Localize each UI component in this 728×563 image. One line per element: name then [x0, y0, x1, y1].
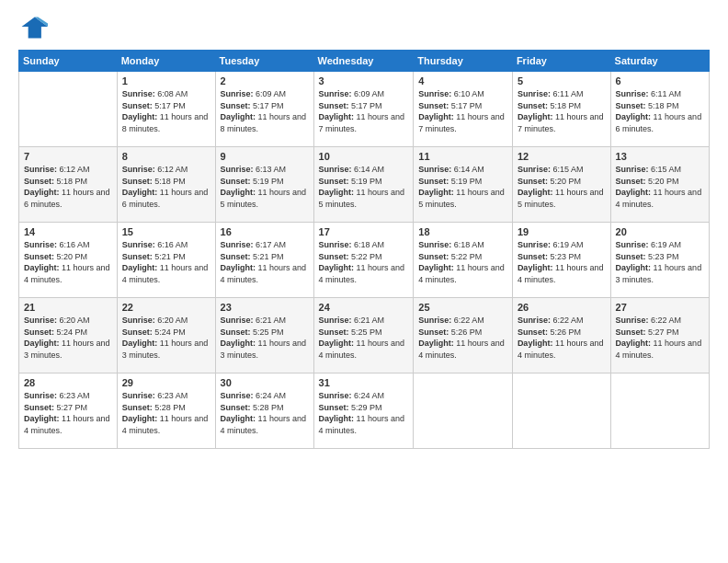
day-number: 20 — [616, 226, 704, 237]
calendar-table: SundayMondayTuesdayWednesdayThursdayFrid… — [18, 50, 710, 449]
calendar-cell: 8Sunrise: 6:12 AMSunset: 5:18 PMDaylight… — [117, 147, 215, 223]
day-info: Sunrise: 6:24 AMSunset: 5:28 PMDaylight:… — [221, 390, 309, 436]
day-info: Sunrise: 6:21 AMSunset: 5:25 PMDaylight:… — [319, 315, 409, 361]
calendar-cell: 16Sunrise: 6:17 AMSunset: 5:21 PMDayligh… — [215, 223, 313, 298]
day-info: Sunrise: 6:10 AMSunset: 5:17 PMDaylight:… — [418, 88, 507, 134]
calendar-cell: 6Sunrise: 6:11 AMSunset: 5:18 PMDaylight… — [610, 72, 709, 147]
calendar-cell: 1Sunrise: 6:08 AMSunset: 5:17 PMDaylight… — [117, 72, 215, 147]
day-info: Sunrise: 6:22 AMSunset: 5:26 PMDaylight:… — [418, 315, 507, 361]
logo-icon — [18, 15, 48, 40]
calendar-cell — [19, 72, 118, 147]
day-info: Sunrise: 6:19 AMSunset: 5:23 PMDaylight:… — [518, 239, 606, 285]
day-info: Sunrise: 6:12 AMSunset: 5:18 PMDaylight:… — [122, 164, 210, 210]
day-number: 6 — [616, 75, 704, 86]
calendar-week-row: 1Sunrise: 6:08 AMSunset: 5:17 PMDaylight… — [19, 72, 710, 147]
calendar-week-row: 7Sunrise: 6:12 AMSunset: 5:18 PMDaylight… — [19, 147, 710, 223]
day-number: 19 — [518, 226, 606, 237]
calendar-cell: 20Sunrise: 6:19 AMSunset: 5:23 PMDayligh… — [610, 223, 709, 298]
calendar-week-row: 14Sunrise: 6:16 AMSunset: 5:20 PMDayligh… — [19, 223, 710, 298]
calendar-cell: 19Sunrise: 6:19 AMSunset: 5:23 PMDayligh… — [512, 223, 610, 298]
calendar-cell: 29Sunrise: 6:23 AMSunset: 5:28 PMDayligh… — [117, 373, 215, 449]
calendar-cell: 13Sunrise: 6:15 AMSunset: 5:20 PMDayligh… — [610, 147, 709, 223]
weekday-header: Tuesday — [215, 51, 313, 72]
day-info: Sunrise: 6:14 AMSunset: 5:19 PMDaylight:… — [319, 164, 409, 210]
calendar-cell: 5Sunrise: 6:11 AMSunset: 5:18 PMDaylight… — [512, 72, 610, 147]
day-info: Sunrise: 6:11 AMSunset: 5:18 PMDaylight:… — [616, 88, 704, 134]
day-number: 18 — [418, 226, 507, 237]
calendar-cell: 11Sunrise: 6:14 AMSunset: 5:19 PMDayligh… — [414, 147, 513, 223]
calendar-cell: 9Sunrise: 6:13 AMSunset: 5:19 PMDaylight… — [215, 147, 313, 223]
day-info: Sunrise: 6:09 AMSunset: 5:17 PMDaylight:… — [221, 88, 309, 134]
svg-marker-0 — [22, 17, 48, 38]
calendar-cell: 22Sunrise: 6:20 AMSunset: 5:24 PMDayligh… — [117, 298, 215, 373]
calendar-cell: 26Sunrise: 6:22 AMSunset: 5:26 PMDayligh… — [512, 298, 610, 373]
calendar-cell: 18Sunrise: 6:18 AMSunset: 5:22 PMDayligh… — [414, 223, 513, 298]
day-number: 14 — [24, 226, 112, 237]
day-info: Sunrise: 6:12 AMSunset: 5:18 PMDaylight:… — [24, 164, 112, 210]
day-number: 15 — [122, 226, 210, 237]
calendar-cell: 12Sunrise: 6:15 AMSunset: 5:20 PMDayligh… — [512, 147, 610, 223]
calendar-cell: 24Sunrise: 6:21 AMSunset: 5:25 PMDayligh… — [313, 298, 414, 373]
calendar-header-row: SundayMondayTuesdayWednesdayThursdayFrid… — [19, 51, 710, 72]
day-number: 3 — [319, 75, 409, 86]
day-number: 27 — [616, 302, 704, 313]
calendar-cell: 17Sunrise: 6:18 AMSunset: 5:22 PMDayligh… — [313, 223, 414, 298]
day-info: Sunrise: 6:17 AMSunset: 5:21 PMDaylight:… — [221, 239, 309, 285]
day-info: Sunrise: 6:13 AMSunset: 5:19 PMDaylight:… — [221, 164, 309, 210]
day-number: 30 — [221, 377, 309, 388]
calendar-cell: 23Sunrise: 6:21 AMSunset: 5:25 PMDayligh… — [215, 298, 313, 373]
calendar-week-row: 28Sunrise: 6:23 AMSunset: 5:27 PMDayligh… — [19, 373, 710, 449]
day-number: 23 — [221, 302, 309, 313]
day-info: Sunrise: 6:15 AMSunset: 5:20 PMDaylight:… — [518, 164, 606, 210]
day-number: 1 — [122, 75, 210, 86]
calendar-cell: 3Sunrise: 6:09 AMSunset: 5:17 PMDaylight… — [313, 72, 414, 147]
day-info: Sunrise: 6:16 AMSunset: 5:21 PMDaylight:… — [122, 239, 210, 285]
day-number: 5 — [518, 75, 606, 86]
calendar-cell: 10Sunrise: 6:14 AMSunset: 5:19 PMDayligh… — [313, 147, 414, 223]
day-number: 2 — [221, 75, 309, 86]
calendar-cell: 2Sunrise: 6:09 AMSunset: 5:17 PMDaylight… — [215, 72, 313, 147]
weekday-header: Friday — [512, 51, 610, 72]
day-info: Sunrise: 6:23 AMSunset: 5:27 PMDaylight:… — [24, 390, 112, 436]
calendar-cell — [512, 373, 610, 449]
day-info: Sunrise: 6:18 AMSunset: 5:22 PMDaylight:… — [418, 239, 507, 285]
day-info: Sunrise: 6:23 AMSunset: 5:28 PMDaylight:… — [122, 390, 210, 436]
day-info: Sunrise: 6:20 AMSunset: 5:24 PMDaylight:… — [122, 315, 210, 361]
day-info: Sunrise: 6:22 AMSunset: 5:26 PMDaylight:… — [518, 315, 606, 361]
day-info: Sunrise: 6:15 AMSunset: 5:20 PMDaylight:… — [616, 164, 704, 210]
day-info: Sunrise: 6:24 AMSunset: 5:29 PMDaylight:… — [319, 390, 409, 436]
weekday-header: Sunday — [19, 51, 118, 72]
day-number: 13 — [616, 151, 704, 162]
day-number: 4 — [418, 75, 507, 86]
day-number: 12 — [518, 151, 606, 162]
day-info: Sunrise: 6:22 AMSunset: 5:27 PMDaylight:… — [616, 315, 704, 361]
weekday-header: Saturday — [610, 51, 709, 72]
day-number: 28 — [24, 377, 112, 388]
day-number: 11 — [418, 151, 507, 162]
day-number: 22 — [122, 302, 210, 313]
day-number: 24 — [319, 302, 409, 313]
day-info: Sunrise: 6:09 AMSunset: 5:17 PMDaylight:… — [319, 88, 409, 134]
day-number: 25 — [418, 302, 507, 313]
calendar-cell: 27Sunrise: 6:22 AMSunset: 5:27 PMDayligh… — [610, 298, 709, 373]
calendar-week-row: 21Sunrise: 6:20 AMSunset: 5:24 PMDayligh… — [19, 298, 710, 373]
weekday-header: Monday — [117, 51, 215, 72]
weekday-header: Wednesday — [313, 51, 414, 72]
day-info: Sunrise: 6:08 AMSunset: 5:17 PMDaylight:… — [122, 88, 210, 134]
day-info: Sunrise: 6:19 AMSunset: 5:23 PMDaylight:… — [616, 239, 704, 285]
day-info: Sunrise: 6:16 AMSunset: 5:20 PMDaylight:… — [24, 239, 112, 285]
day-info: Sunrise: 6:11 AMSunset: 5:18 PMDaylight:… — [518, 88, 606, 134]
calendar-cell: 30Sunrise: 6:24 AMSunset: 5:28 PMDayligh… — [215, 373, 313, 449]
day-number: 8 — [122, 151, 210, 162]
day-number: 31 — [319, 377, 409, 388]
calendar-cell: 14Sunrise: 6:16 AMSunset: 5:20 PMDayligh… — [19, 223, 118, 298]
page: SundayMondayTuesdayWednesdayThursdayFrid… — [0, 0, 728, 563]
calendar-cell: 21Sunrise: 6:20 AMSunset: 5:24 PMDayligh… — [19, 298, 118, 373]
calendar-cell: 28Sunrise: 6:23 AMSunset: 5:27 PMDayligh… — [19, 373, 118, 449]
header — [18, 15, 710, 40]
calendar-cell: 4Sunrise: 6:10 AMSunset: 5:17 PMDaylight… — [414, 72, 513, 147]
day-number: 21 — [24, 302, 112, 313]
calendar-cell: 15Sunrise: 6:16 AMSunset: 5:21 PMDayligh… — [117, 223, 215, 298]
day-number: 16 — [221, 226, 309, 237]
day-number: 26 — [518, 302, 606, 313]
